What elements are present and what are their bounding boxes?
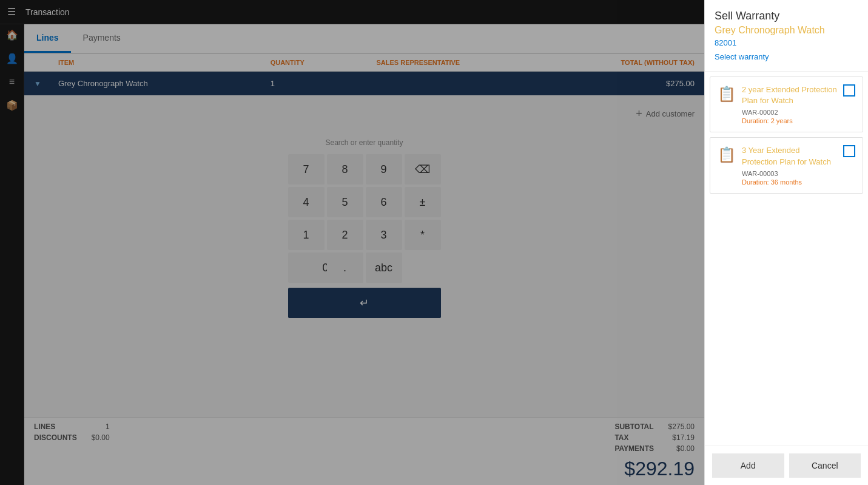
subtotal-value: $275.00 — [668, 422, 695, 431]
home-icon[interactable]: 🏠 — [6, 29, 18, 41]
lines-row: LINES 1 — [34, 422, 110, 431]
warranty-item-1-icon: 📋 — [718, 86, 736, 103]
warranty-panel: Sell Warranty Grey Chronograph Watch 820… — [704, 0, 868, 485]
warranty-1-title-highlight: Watch — [771, 96, 793, 105]
discounts-value: $0.00 — [92, 433, 110, 442]
tab-payments[interactable]: Payments — [71, 24, 133, 53]
tab-bar: Lines Payments — [24, 24, 704, 54]
numpad-section: Search or enter quantity 7 8 9 ⌫ 4 5 6 ±… — [24, 132, 704, 417]
warranty-product-name: Grey Chronograph Watch — [715, 25, 858, 36]
row-expand-icon: ▼ — [34, 80, 58, 88]
numpad-4[interactable]: 4 — [288, 187, 325, 217]
add-customer-label: Add customer — [646, 109, 695, 118]
warranty-2-title-part1: 3 Year Extended Protection Plan for — [742, 146, 809, 166]
warranty-item-2-duration: Duration: 36 months — [742, 178, 837, 186]
user-icon[interactable]: 👤 — [6, 53, 18, 64]
warranty-item-1[interactable]: 📋 2 year Extended Protection Plan for Wa… — [710, 76, 863, 132]
table-row[interactable]: ▼ Grey Chronograph Watch 1 $275.00 — [24, 72, 704, 95]
add-customer-button[interactable]: + Add customer — [636, 107, 695, 120]
warranty-item-1-duration: Duration: 2 years — [742, 117, 837, 124]
warranty-item-2-code: WAR-00003 — [742, 170, 837, 177]
numpad-2[interactable]: 2 — [327, 220, 363, 250]
discounts-row: DISCOUNTS $0.00 — [34, 433, 110, 442]
table-area: ITEM QUANTITY SALES REPRESENTATIVE TOTAL… — [24, 54, 704, 95]
numpad-asterisk[interactable]: * — [405, 220, 441, 250]
table-header: ITEM QUANTITY SALES REPRESENTATIVE TOTAL… — [24, 54, 704, 72]
warranty-checkbox-1[interactable] — [843, 84, 855, 97]
content-area: Lines Payments ITEM QUANTITY SALES REPRE… — [24, 24, 704, 485]
warranty-product-id: 82001 — [715, 38, 858, 47]
lines-value: 1 — [106, 422, 110, 431]
left-sidebar: 🏠 👤 ≡ 📦 — [0, 24, 24, 485]
warranty-select-label: Select warranty — [715, 52, 858, 61]
warranty-panel-title: Sell Warranty — [715, 10, 858, 22]
warranty-2-title-highlight: Watch — [809, 157, 831, 166]
payments-label: PAYMENTS — [614, 444, 654, 453]
numpad-8[interactable]: 8 — [327, 154, 363, 185]
subtotal-label: SUBTOTAL — [614, 422, 653, 431]
product-name-highlight: Chronograph — [738, 25, 795, 35]
numpad-plusminus[interactable]: ± — [405, 187, 441, 217]
col-total: TOTAL (WITHOUT TAX) — [588, 59, 695, 66]
warranty-cancel-button[interactable]: Cancel — [789, 453, 861, 478]
col-quantity: QUANTITY — [271, 59, 377, 66]
tax-row: TAX $17.19 — [614, 433, 695, 442]
list-icon[interactable]: ≡ — [9, 76, 15, 87]
subtotal-row: SUBTOTAL $275.00 — [614, 422, 695, 431]
lines-label: LINES — [34, 422, 55, 431]
warranty-list: 📋 2 year Extended Protection Plan for Wa… — [705, 72, 868, 446]
product-name-part1: Grey — [715, 25, 738, 35]
tax-label: TAX — [614, 433, 628, 442]
row-item-name: Grey Chronograph Watch — [58, 79, 271, 88]
bottom-summary: LINES 1 DISCOUNTS $0.00 SUBTOTAL $275.00… — [24, 417, 704, 485]
warranty-add-button[interactable]: Add — [712, 453, 784, 478]
menu-icon[interactable]: ☰ — [7, 6, 16, 18]
product-name-part2: Watch — [795, 25, 825, 35]
numpad-9[interactable]: 9 — [366, 154, 402, 185]
numpad-enter-button[interactable]: ↵ — [288, 288, 441, 318]
tab-lines[interactable]: Lines — [24, 24, 71, 53]
warranty-panel-footer: Add Cancel — [705, 446, 868, 485]
amount-due-value: $292.19 — [624, 458, 695, 480]
numpad-6[interactable]: 6 — [366, 187, 402, 217]
warranty-panel-header: Sell Warranty Grey Chronograph Watch 820… — [705, 0, 868, 72]
customer-area: + Add customer — [24, 95, 704, 132]
warranty-checkbox-2[interactable] — [843, 145, 855, 157]
add-customer-plus-icon: + — [636, 107, 642, 120]
numpad-decimal[interactable]: . — [327, 253, 363, 283]
amount-due-row: $292.19 — [34, 458, 695, 480]
box-icon[interactable]: 📦 — [6, 100, 18, 111]
search-qty-label: Search or enter quantity — [325, 138, 403, 147]
row-total: $275.00 — [588, 79, 695, 88]
warranty-item-2[interactable]: 📋 3 Year Extended Protection Plan for Wa… — [710, 137, 863, 193]
numpad-backspace[interactable]: ⌫ — [405, 154, 441, 185]
tax-value: $17.19 — [672, 433, 695, 442]
topbar-title: Transaction — [25, 7, 70, 17]
payments-value: $0.00 — [676, 444, 695, 453]
numpad-7[interactable]: 7 — [288, 154, 325, 185]
col-item: ITEM — [58, 59, 271, 66]
warranty-item-1-code: WAR-00002 — [742, 109, 837, 116]
numpad-3[interactable]: 3 — [366, 220, 402, 250]
numpad-grid: 7 8 9 ⌫ 4 5 6 ± 1 2 3 * 0 . abc — [288, 154, 441, 283]
numpad-abc[interactable]: abc — [366, 253, 402, 283]
row-quantity: 1 — [271, 79, 377, 88]
warranty-item-1-info: 2 year Extended Protection Plan for Watc… — [742, 84, 837, 124]
numpad-5[interactable]: 5 — [327, 187, 363, 217]
warranty-item-2-title: 3 Year Extended Protection Plan for Watc… — [742, 145, 837, 167]
col-sales-rep: SALES REPRESENTATIVE — [376, 59, 588, 66]
numpad-1[interactable]: 1 — [288, 220, 325, 250]
payments-row: PAYMENTS $0.00 — [614, 444, 695, 453]
warranty-item-1-title: 2 year Extended Protection Plan for Watc… — [742, 84, 837, 106]
discounts-label: DISCOUNTS — [34, 433, 77, 442]
warranty-item-2-icon: 📋 — [718, 146, 736, 163]
warranty-item-2-info: 3 Year Extended Protection Plan for Watc… — [742, 145, 837, 185]
